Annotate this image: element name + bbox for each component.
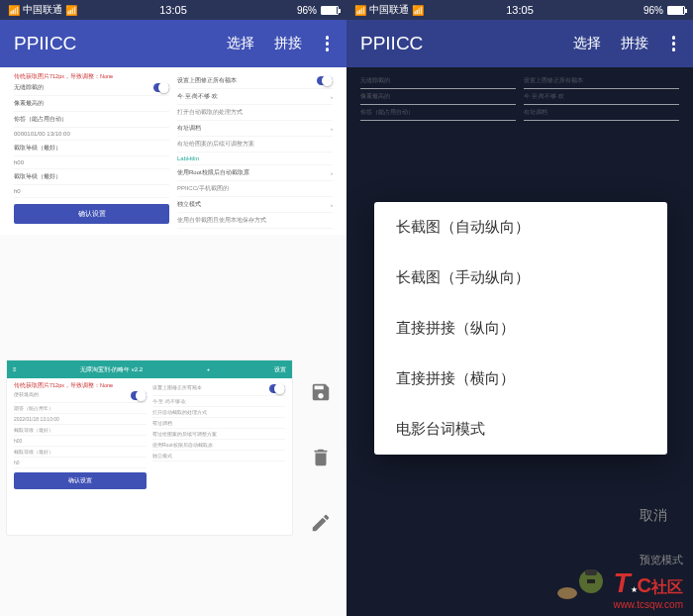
save-icon[interactable]	[308, 379, 334, 405]
inner-title: 无障淘宝剂-的略年 v2.2	[80, 365, 143, 374]
confirm-button[interactable]: 确认设置	[14, 204, 169, 224]
modal-option-direct-horizontal[interactable]: 直接拼接（横向）	[374, 354, 667, 404]
inner-row: 2022/01/18 13:10:00	[14, 416, 59, 422]
select-action[interactable]: 选择	[227, 35, 254, 52]
modal-option-auto-vertical[interactable]: 长截图（自动纵向）	[374, 202, 667, 253]
setting-desc: PPIICC/手机截图的	[177, 184, 229, 193]
setting-row[interactable]: 有址调档	[177, 124, 201, 133]
app-title: PPIICC	[14, 33, 227, 54]
cancel-button[interactable]: 取消	[350, 497, 689, 535]
setting-row[interactable]: 无缝隙截的	[14, 83, 44, 92]
settings-panel: 传统获取图片712px，导致调整：None 无缝隙截的 像素最高的 你答（能占用…	[0, 67, 346, 235]
time-label: 13:05	[159, 4, 187, 16]
inner-row: 截取等级（最好）	[14, 449, 53, 455]
setting-row[interactable]: 使用Root校限后自动截取原	[177, 168, 249, 177]
wifi-icon: 📶	[65, 5, 77, 16]
inner-row: 独立模式	[152, 453, 172, 459]
setting-row[interactable]: 今·至·尚不够·欢	[177, 92, 218, 101]
concat-action[interactable]: 拼接	[274, 35, 302, 52]
battery-pct: 96%	[644, 5, 663, 16]
inner-settings[interactable]: 设置	[274, 365, 286, 374]
signal-icon: 📶	[8, 5, 20, 16]
inner-warning: 传统获取图片712px，导致调整：None	[14, 382, 147, 389]
concat-action: 拼接	[621, 35, 648, 52]
inner-row: h0	[14, 460, 20, 465]
setting-row[interactable]: 你答（能占用自动）	[14, 115, 67, 124]
setting-desc: 有址给图案的后续可调整方案	[177, 140, 254, 149]
modal-option-manual-vertical[interactable]: 长截图（手动纵向）	[374, 253, 667, 303]
bottom-section: ≡ 无障淘宝剂-的略年 v2.2 + 设置 传统获取图片712px，导致调整：N…	[0, 354, 346, 542]
setting-row[interactable]: 截取等级（最好）	[14, 144, 61, 153]
setting-desc: 使用自带截图且使用本地保存方式	[177, 216, 266, 225]
watermark-mode: 预览模式	[613, 553, 683, 567]
edit-icon[interactable]	[308, 510, 334, 536]
inner-menu-icon[interactable]: ≡	[13, 366, 17, 372]
watermark-logo: T ★ C 社区	[613, 567, 683, 599]
setting-row[interactable]: 设置上图修正所有额本	[177, 76, 237, 85]
inner-row: 打开自动截取的处理方式	[152, 409, 207, 415]
carrier-label: 中国联通	[23, 3, 62, 17]
watermark-url: www.tcsqw.com	[613, 599, 683, 610]
inner-row: 今·至·尚不够·欢	[152, 398, 186, 404]
setting-row[interactable]: 独立模式	[177, 200, 201, 209]
delete-icon[interactable]	[308, 445, 334, 470]
toggle-switch[interactable]	[317, 76, 333, 85]
watermark: 预览模式 T ★ C 社区 www.tcsqw.com	[549, 553, 683, 610]
setting-row: h0	[14, 188, 21, 194]
time-label: 13:05	[506, 4, 534, 16]
menu-overflow-icon	[668, 36, 680, 51]
modal-option-direct-vertical[interactable]: 直接拼接（纵向）	[374, 303, 667, 354]
app-title: PPIICC	[360, 33, 573, 54]
inner-confirm-button[interactable]: 确认设置	[14, 472, 147, 489]
left-screen: 📶 中国联通 📶 13:05 96% PPIICC 选择 拼接 传统获取图片71…	[0, 0, 346, 616]
app-bar-right: PPIICC 选择 拼接	[346, 20, 693, 67]
watermark-mascot-icon	[549, 558, 609, 610]
content-left: 传统获取图片712px，导致调整：None 无缝隙截的 像素最高的 你答（能占用…	[0, 67, 346, 616]
inner-row: h00	[14, 438, 22, 444]
status-bar-left: 📶 中国联通 📶 13:05 96%	[0, 0, 346, 20]
inner-row: 期答（能占用年）	[14, 405, 53, 411]
signal-icon: 📶	[354, 5, 366, 16]
inner-row: 使用Root校限后自动截取原	[152, 442, 213, 448]
svg-rect-3	[587, 579, 595, 583]
inner-row: 有址给图案的后续可调整方案	[152, 431, 217, 437]
inner-row: 设置上图修正所有额本	[152, 384, 202, 393]
inner-app-header: ≡ 无障淘宝剂-的略年 v2.2 + 设置	[7, 360, 292, 378]
battery-icon	[321, 6, 339, 15]
svg-point-0	[557, 587, 577, 599]
inner-row: 有址调档	[152, 420, 172, 426]
wifi-icon: 📶	[412, 5, 424, 16]
inner-row: 便获最高的	[14, 391, 39, 400]
app-bar-left: PPIICC 选择 拼接	[0, 20, 346, 67]
select-action: 选择	[573, 35, 601, 52]
modal-option-subtitle-mode[interactable]: 电影台词模式	[374, 404, 667, 455]
setting-row: 0000101/00 13/10:00	[14, 131, 70, 137]
menu-overflow-icon[interactable]	[322, 36, 334, 51]
status-bar-right: 📶 中国联通 📶 13:05 96%	[346, 0, 693, 20]
toggle-switch[interactable]	[131, 391, 147, 400]
svg-rect-2	[585, 569, 597, 575]
setting-row[interactable]: LabHtlin	[177, 155, 199, 161]
toggle-switch[interactable]	[153, 83, 169, 92]
warning-text: 传统获取图片712px，导致调整：None	[14, 73, 169, 80]
setting-desc: 打开自动截取的处理方式	[177, 108, 243, 117]
inner-app-preview: ≡ 无障淘宝剂-的略年 v2.2 + 设置 传统获取图片712px，导致调整：N…	[6, 359, 293, 536]
battery-icon	[667, 6, 685, 15]
setting-row[interactable]: 截取等级（最好）	[14, 172, 61, 181]
setting-row: h00	[14, 159, 24, 165]
carrier-label: 中国联通	[369, 3, 409, 17]
toggle-switch[interactable]	[269, 384, 285, 393]
battery-pct: 96%	[297, 5, 317, 16]
setting-row[interactable]: 像素最高的	[14, 99, 44, 108]
inner-add-icon[interactable]: +	[207, 366, 211, 372]
side-toolbar	[301, 359, 341, 536]
inner-row: 截取等级（最好）	[14, 427, 53, 433]
concat-mode-modal: 长截图（自动纵向） 长截图（手动纵向） 直接拼接（纵向） 直接拼接（横向） 电影…	[374, 202, 667, 455]
